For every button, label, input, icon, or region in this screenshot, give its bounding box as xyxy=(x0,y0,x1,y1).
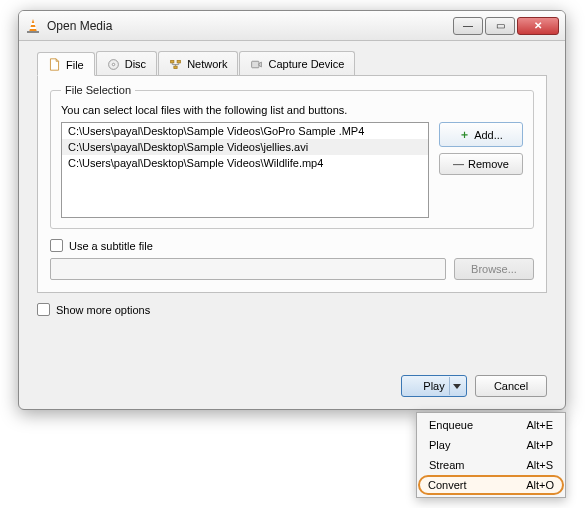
minus-icon: — xyxy=(453,158,464,170)
remove-button[interactable]: — Remove xyxy=(439,153,523,175)
play-dropdown-toggle[interactable] xyxy=(451,376,463,396)
browse-button: Browse... xyxy=(454,258,534,280)
menu-item-shortcut: Alt+O xyxy=(526,479,554,491)
list-item[interactable]: C:\Users\payal\Desktop\Sample Videos\jel… xyxy=(62,139,428,155)
tab-capture-label: Capture Device xyxy=(268,58,344,70)
file-selection-legend: File Selection xyxy=(61,84,135,96)
cancel-button[interactable]: Cancel xyxy=(475,375,547,397)
tab-content: File Selection You can select local file… xyxy=(37,76,547,293)
add-button[interactable]: ＋ Add... xyxy=(439,122,523,147)
svg-rect-1 xyxy=(31,23,35,25)
file-selection-hint: You can select local files with the foll… xyxy=(61,104,523,116)
svg-rect-3 xyxy=(27,31,39,33)
window-buttons: — ▭ ✕ xyxy=(453,17,559,35)
chevron-down-icon xyxy=(453,384,461,389)
tab-disc-label: Disc xyxy=(125,58,146,70)
browse-button-label: Browse... xyxy=(471,263,517,275)
list-item[interactable]: C:\Users\payal\Desktop\Sample Videos\Wil… xyxy=(62,155,428,171)
menu-item-label: Play xyxy=(429,439,450,451)
vlc-logo-icon xyxy=(25,18,41,34)
menu-item-shortcut: Alt+E xyxy=(526,419,553,431)
menu-item-shortcut: Alt+S xyxy=(526,459,553,471)
svg-rect-8 xyxy=(174,66,177,68)
menu-item-label: Stream xyxy=(429,459,464,471)
play-split-divider xyxy=(449,377,450,395)
tab-network[interactable]: Network xyxy=(158,51,238,75)
menu-item-label: Convert xyxy=(428,479,467,491)
menu-item-label: Enqueue xyxy=(429,419,473,431)
subtitle-path-input xyxy=(50,258,446,280)
play-button[interactable]: Play xyxy=(401,375,467,397)
file-icon xyxy=(48,58,61,71)
network-icon xyxy=(169,58,182,71)
cancel-button-label: Cancel xyxy=(494,380,528,392)
svg-rect-7 xyxy=(177,60,180,62)
play-button-label: Play xyxy=(423,380,444,392)
open-media-window: Open Media — ▭ ✕ File Disc Network xyxy=(18,10,566,410)
tab-bar: File Disc Network Capture Device xyxy=(37,51,547,76)
menu-item-stream[interactable]: Stream Alt+S xyxy=(419,455,563,475)
disc-icon xyxy=(107,58,120,71)
subtitle-path-row: Browse... xyxy=(50,258,534,280)
svg-rect-6 xyxy=(171,60,174,62)
subtitle-row: Use a subtitle file xyxy=(50,239,534,252)
menu-item-enqueue[interactable]: Enqueue Alt+E xyxy=(419,415,563,435)
svg-marker-0 xyxy=(29,19,37,32)
file-list[interactable]: C:\Users\payal\Desktop\Sample Videos\GoP… xyxy=(61,122,429,218)
show-more-checkbox[interactable] xyxy=(37,303,50,316)
svg-point-5 xyxy=(112,63,114,65)
remove-button-label: Remove xyxy=(468,158,509,170)
tab-file[interactable]: File xyxy=(37,52,95,76)
show-more-row: Show more options xyxy=(37,303,547,316)
close-button[interactable]: ✕ xyxy=(517,17,559,35)
minimize-button[interactable]: — xyxy=(453,17,483,35)
tab-network-label: Network xyxy=(187,58,227,70)
tab-file-label: File xyxy=(66,59,84,71)
maximize-button[interactable]: ▭ xyxy=(485,17,515,35)
menu-item-play[interactable]: Play Alt+P xyxy=(419,435,563,455)
window-title: Open Media xyxy=(47,19,453,33)
menu-item-shortcut: Alt+P xyxy=(526,439,553,451)
svg-rect-9 xyxy=(252,61,259,68)
tab-disc[interactable]: Disc xyxy=(96,51,157,75)
show-more-label: Show more options xyxy=(56,304,150,316)
plus-icon: ＋ xyxy=(459,127,470,142)
menu-item-convert[interactable]: Convert Alt+O xyxy=(418,475,564,495)
file-selection-group: File Selection You can select local file… xyxy=(50,84,534,229)
capture-icon xyxy=(250,58,263,71)
subtitle-checkbox-label: Use a subtitle file xyxy=(69,240,153,252)
file-buttons: ＋ Add... — Remove xyxy=(439,122,523,218)
tab-capture[interactable]: Capture Device xyxy=(239,51,355,75)
add-button-label: Add... xyxy=(474,129,503,141)
footer-buttons: Play Cancel xyxy=(401,375,547,397)
titlebar[interactable]: Open Media — ▭ ✕ xyxy=(19,11,565,41)
svg-rect-2 xyxy=(30,27,36,29)
play-dropdown-menu: Enqueue Alt+E Play Alt+P Stream Alt+S Co… xyxy=(416,412,566,498)
list-item[interactable]: C:\Users\payal\Desktop\Sample Videos\GoP… xyxy=(62,123,428,139)
subtitle-checkbox[interactable] xyxy=(50,239,63,252)
